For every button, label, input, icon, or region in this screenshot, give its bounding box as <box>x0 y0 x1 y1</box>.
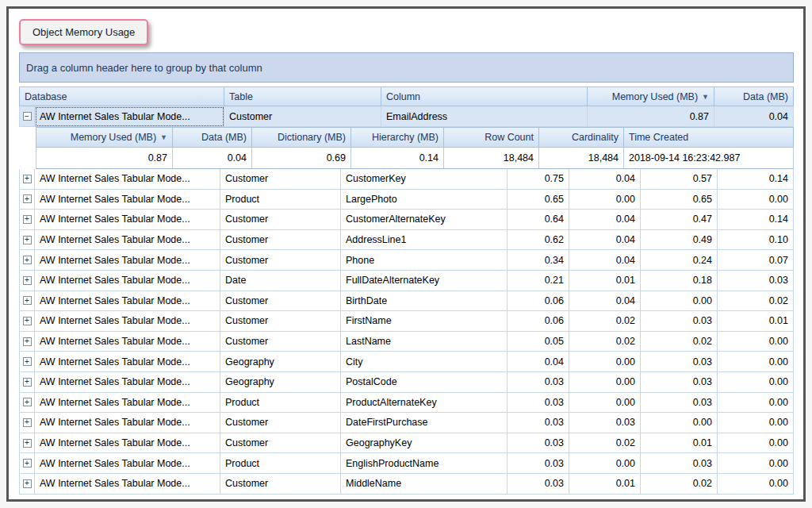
table-row[interactable]: +AW Internet Sales Tabular Mode...Custom… <box>19 413 794 433</box>
table-row[interactable]: +AW Internet Sales Tabular Mode...Custom… <box>19 332 794 352</box>
column-header-column[interactable]: Column <box>381 87 588 106</box>
expand-button[interactable]: + <box>19 230 35 251</box>
expand-button[interactable]: + <box>19 169 35 190</box>
cell-data: 0.01 <box>569 474 641 495</box>
expand-button[interactable]: + <box>19 352 35 372</box>
cell-database: AW Internet Sales Tabular Mode... <box>35 230 220 251</box>
cell-column: PostalCode <box>341 372 508 393</box>
cell-column: City <box>341 352 508 372</box>
table-row[interactable]: +AW Internet Sales Tabular Mode...DateFu… <box>19 271 794 291</box>
expand-button[interactable]: + <box>19 332 35 352</box>
group-by-hint: Drag a column header here to group by th… <box>26 62 262 74</box>
expand-icon: + <box>23 439 32 448</box>
table-row[interactable]: +AW Internet Sales Tabular Mode...Produc… <box>19 190 794 210</box>
column-header-label: Table <box>229 91 253 102</box>
expand-button[interactable]: + <box>19 311 35 332</box>
expand-button[interactable]: + <box>19 413 35 433</box>
cell-dictionary: 0.00 <box>641 413 718 433</box>
cell-database: AW Internet Sales Tabular Mode... <box>35 352 220 372</box>
cell-table: Customer <box>220 311 341 332</box>
table-row[interactable]: +AW Internet Sales Tabular Mode...Custom… <box>19 230 794 251</box>
cell-database: AW Internet Sales Tabular Mode... <box>35 169 220 190</box>
table-row[interactable]: +AW Internet Sales Tabular Mode...Custom… <box>19 311 794 332</box>
cell-data: 0.04 <box>569 250 641 271</box>
column-header-database[interactable]: Database <box>19 87 224 106</box>
table-row[interactable]: +AW Internet Sales Tabular Mode...Custom… <box>19 169 794 190</box>
table-row[interactable]: +AW Internet Sales Tabular Mode...Custom… <box>19 291 794 312</box>
table-row[interactable]: +AW Internet Sales Tabular Mode...Geogra… <box>19 352 794 372</box>
expand-button[interactable]: + <box>19 393 35 414</box>
cell-memory-used: 0.04 <box>508 352 569 372</box>
tab-object-memory-usage[interactable]: Object Memory Usage <box>19 19 148 45</box>
cell-table: Date <box>220 271 341 291</box>
cell-database: AW Internet Sales Tabular Mode... <box>35 250 220 271</box>
expand-button[interactable]: + <box>19 190 35 210</box>
column-header-memory-used[interactable]: Memory Used (MB) ▼ <box>588 87 714 106</box>
cell-memory-used: 0.05 <box>508 332 569 352</box>
expand-button[interactable]: + <box>19 372 35 393</box>
cell-database: AW Internet Sales Tabular Mode... <box>35 332 220 352</box>
detail-cell-cardinality: 18,484 <box>539 148 624 169</box>
table-row[interactable]: +AW Internet Sales Tabular Mode...Custom… <box>19 250 794 271</box>
cell-hierarchy: 0.00 <box>718 393 794 414</box>
expand-button[interactable]: + <box>19 474 35 495</box>
cell-table: Customer <box>224 106 381 127</box>
cell-database: AW Internet Sales Tabular Mode... <box>35 106 224 127</box>
column-header-label: Dictionary (MB) <box>278 132 346 143</box>
detail-header-data[interactable]: Data (MB) <box>173 127 252 148</box>
cell-column: LastName <box>341 332 508 352</box>
cell-dictionary: 0.18 <box>641 271 718 291</box>
expand-icon: + <box>23 479 32 488</box>
cell-column: EnglishProductName <box>341 453 508 474</box>
group-by-panel[interactable]: Drag a column header here to group by th… <box>19 52 794 83</box>
expand-button[interactable]: + <box>19 291 35 312</box>
expand-button[interactable]: + <box>19 250 35 271</box>
table-row[interactable]: +AW Internet Sales Tabular Mode...Custom… <box>19 210 794 230</box>
expand-icon: + <box>23 378 32 387</box>
detail-cell-hierarchy: 0.14 <box>351 148 444 169</box>
cell-dictionary: 0.02 <box>641 474 718 495</box>
column-header-label: Memory Used (MB) <box>612 91 698 102</box>
expand-button[interactable]: + <box>19 210 35 230</box>
column-header-label: Data (MB) <box>743 91 788 102</box>
expand-icon: + <box>23 194 32 203</box>
cell-memory-used: 0.21 <box>508 271 569 291</box>
column-header-data[interactable]: Data (MB) <box>714 87 794 106</box>
cell-hierarchy: 0.00 <box>718 453 794 474</box>
cell-table: Product <box>220 393 341 414</box>
cell-data: 0.01 <box>569 271 641 291</box>
cell-database: AW Internet Sales Tabular Mode... <box>35 311 220 332</box>
table-row[interactable]: +AW Internet Sales Tabular Mode...Custom… <box>19 433 794 454</box>
cell-hierarchy: 0.00 <box>718 433 794 454</box>
column-header-table[interactable]: Table <box>224 87 381 106</box>
collapse-button[interactable]: − <box>19 106 35 127</box>
detail-header-hierarchy[interactable]: Hierarchy (MB) <box>351 127 444 148</box>
detail-header-row-count[interactable]: Row Count <box>444 127 539 148</box>
detail-header-time-created[interactable]: Time Created <box>624 127 794 148</box>
expand-icon: + <box>23 317 32 325</box>
cell-data: 0.00 <box>569 453 641 474</box>
table-row[interactable]: +AW Internet Sales Tabular Mode...Produc… <box>19 453 794 474</box>
object-memory-grid: Database Table Column Memory Used (MB) ▼… <box>19 87 794 495</box>
table-row[interactable]: +AW Internet Sales Tabular Mode...Custom… <box>19 474 794 495</box>
table-row[interactable]: +AW Internet Sales Tabular Mode...Produc… <box>19 393 794 414</box>
expand-button[interactable]: + <box>19 433 35 454</box>
cell-memory-used: 0.75 <box>508 169 569 190</box>
detail-header-cardinality[interactable]: Cardinality <box>539 127 624 148</box>
cell-column: FullDateAlternateKey <box>341 271 508 291</box>
detail-cell-dictionary: 0.69 <box>252 148 351 169</box>
detail-header-dictionary[interactable]: Dictionary (MB) <box>252 127 351 148</box>
detail-header-memory-used[interactable]: Memory Used (MB) ▼ <box>36 127 173 148</box>
cell-hierarchy: 0.01 <box>718 311 794 332</box>
expand-button[interactable]: + <box>19 271 35 291</box>
cell-dictionary: 0.24 <box>641 250 718 271</box>
expand-button[interactable]: + <box>19 453 35 474</box>
cell-database: AW Internet Sales Tabular Mode... <box>35 210 220 230</box>
cell-column: EmailAddress <box>381 106 588 127</box>
table-row[interactable]: +AW Internet Sales Tabular Mode...Geogra… <box>19 372 794 393</box>
column-header-label: Memory Used (MB) <box>71 132 156 143</box>
expanded-row[interactable]: − AW Internet Sales Tabular Mode... Cust… <box>19 106 794 127</box>
cell-dictionary: 0.57 <box>641 169 718 190</box>
cell-column: DateFirstPurchase <box>341 413 508 433</box>
cell-database: AW Internet Sales Tabular Mode... <box>35 372 220 393</box>
